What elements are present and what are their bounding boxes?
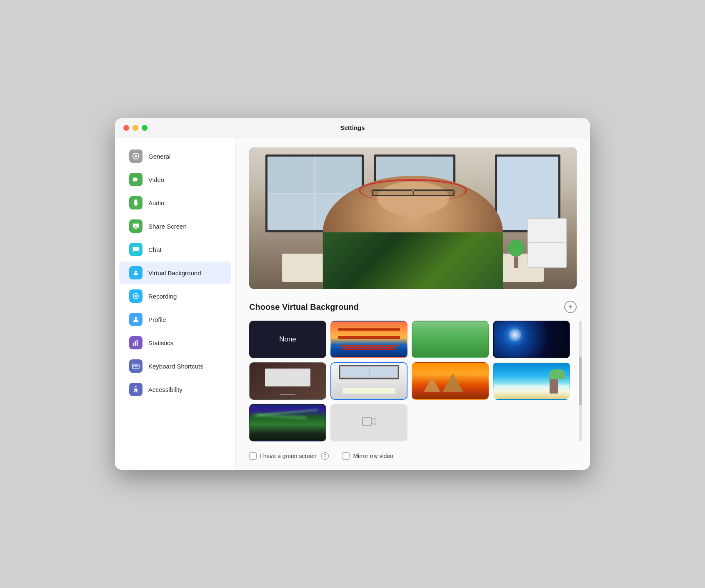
title-bar: Settings <box>115 118 590 137</box>
sidebar-item-virtual-background[interactable]: Virtual Background <box>119 262 231 284</box>
general-label: General <box>148 153 170 160</box>
sidebar-item-accessibility[interactable]: Accessibility <box>119 378 231 401</box>
svg-point-0 <box>135 155 137 157</box>
statistics-icon <box>129 336 142 349</box>
sidebar-item-keyboard-shortcuts[interactable]: Keyboard Shortcuts <box>119 355 231 377</box>
svg-rect-7 <box>135 341 136 346</box>
svg-rect-8 <box>137 340 138 346</box>
background-conference[interactable] <box>330 362 408 400</box>
footer-options: I have a green screen ? Mirror my video <box>249 446 577 460</box>
green-screen-checkbox[interactable] <box>249 452 257 460</box>
accessibility-label: Accessibility <box>148 386 182 393</box>
minimize-button[interactable] <box>132 125 138 131</box>
svg-rect-6 <box>133 343 134 346</box>
svg-point-4 <box>135 295 137 297</box>
svg-point-2 <box>135 271 137 273</box>
green-screen-option[interactable]: I have a green screen ? <box>249 452 329 460</box>
background-none[interactable]: None <box>249 321 326 358</box>
video-placeholder-icon <box>362 414 377 432</box>
audio-label: Audio <box>148 199 164 207</box>
add-background-button[interactable]: + <box>564 301 577 313</box>
sidebar-item-audio[interactable]: Audio <box>119 192 231 214</box>
share-screen-icon <box>129 219 142 233</box>
background-golden-gate[interactable] <box>330 321 408 358</box>
window-title: Settings <box>340 124 365 131</box>
video-label: Video <box>148 176 164 183</box>
virtual-background-label: Virtual Background <box>148 269 201 277</box>
recording-label: Recording <box>148 293 177 300</box>
sidebar: General Video Audio Share <box>115 137 236 470</box>
scroll-thumb <box>579 357 582 405</box>
sidebar-item-statistics[interactable]: Statistics <box>119 331 231 354</box>
main-content: Choose Virtual Background + None <box>236 137 590 470</box>
background-grid-row1: None <box>249 321 570 358</box>
background-aurora[interactable] <box>249 404 326 441</box>
background-beach[interactable] <box>493 362 570 400</box>
svg-rect-18 <box>362 417 372 426</box>
svg-rect-14 <box>133 366 135 367</box>
settings-window: Settings General Video <box>115 118 590 470</box>
background-empty-2 <box>493 404 570 441</box>
section-title: Choose Virtual Background <box>249 302 359 312</box>
svg-point-17 <box>135 386 137 388</box>
content-area: General Video Audio Share <box>115 137 590 470</box>
general-icon <box>129 149 142 163</box>
mirror-video-label: Mirror my video <box>353 453 393 459</box>
sidebar-item-video[interactable]: Video <box>119 168 231 191</box>
svg-point-5 <box>135 317 137 319</box>
sidebar-item-profile[interactable]: Profile <box>119 308 231 331</box>
profile-label: Profile <box>148 316 166 323</box>
close-button[interactable] <box>123 125 129 131</box>
audio-icon <box>129 196 142 209</box>
accessibility-icon <box>129 383 142 396</box>
svg-rect-15 <box>135 366 137 367</box>
camera-preview <box>249 147 577 289</box>
section-header: Choose Virtual Background + <box>249 301 577 313</box>
background-grid-row2 <box>249 362 570 400</box>
background-space[interactable] <box>493 321 570 358</box>
background-grass[interactable] <box>412 321 489 358</box>
chat-icon <box>129 243 142 256</box>
sidebar-item-share-screen[interactable]: Share Screen <box>119 215 231 237</box>
background-empty-1 <box>412 404 489 441</box>
chat-label: Chat <box>148 246 162 253</box>
svg-rect-16 <box>138 366 139 367</box>
recording-icon <box>129 289 142 303</box>
virtual-background-icon <box>129 266 142 279</box>
background-grid-row3 <box>249 404 570 441</box>
green-screen-help-icon[interactable]: ? <box>321 452 329 460</box>
green-screen-label: I have a green screen <box>260 453 316 459</box>
background-presentation[interactable] <box>249 362 326 400</box>
keyboard-shortcuts-icon <box>129 359 142 373</box>
mirror-video-option[interactable]: Mirror my video <box>342 452 393 460</box>
mirror-video-checkbox[interactable] <box>342 452 350 460</box>
svg-rect-11 <box>135 365 136 366</box>
background-video-1[interactable] <box>330 404 408 441</box>
traffic-lights <box>123 125 148 131</box>
sidebar-item-chat[interactable]: Chat <box>119 238 231 261</box>
share-screen-label: Share Screen <box>148 223 187 230</box>
maximize-button[interactable] <box>142 125 148 131</box>
sidebar-item-general[interactable]: General <box>119 145 231 167</box>
sidebar-item-recording[interactable]: Recording <box>119 285 231 307</box>
video-icon <box>129 173 142 186</box>
svg-rect-13 <box>138 365 139 366</box>
keyboard-shortcuts-label: Keyboard Shortcuts <box>148 363 203 370</box>
background-pyramids[interactable] <box>412 362 489 400</box>
profile-icon <box>129 313 142 326</box>
svg-rect-10 <box>133 365 135 366</box>
scrollbar[interactable] <box>579 321 582 441</box>
statistics-label: Statistics <box>148 339 173 346</box>
svg-rect-12 <box>136 365 138 366</box>
